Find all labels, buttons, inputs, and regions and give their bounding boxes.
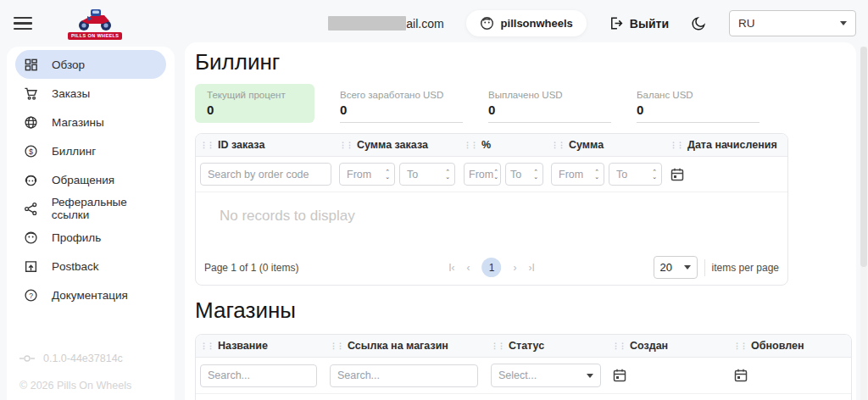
- chevron-down-icon: [840, 21, 847, 25]
- sidebar-item-appeals[interactable]: Обращения: [15, 165, 166, 194]
- spinner-arrows-icon[interactable]: ⌃⌄: [652, 169, 657, 179]
- drag-handle-icon[interactable]: ⋮⋮: [339, 142, 353, 149]
- account-badge[interactable]: pillsonwheels: [466, 10, 587, 36]
- column-label: Статус: [509, 340, 544, 352]
- last-page-button[interactable]: ›Ι: [529, 262, 535, 274]
- spinner-arrows-icon[interactable]: ⌃⌄: [594, 169, 599, 179]
- drag-handle-icon[interactable]: ⋮⋮: [464, 142, 477, 149]
- calendar-icon[interactable]: [733, 368, 748, 383]
- sidebar-item-label: Документация: [52, 289, 128, 302]
- calendar-icon[interactable]: [612, 368, 627, 383]
- drag-handle-icon[interactable]: ⋮⋮: [612, 342, 626, 350]
- column-header-percent[interactable]: ⋮⋮%: [459, 134, 547, 156]
- stores-table: ⋮⋮Название ⋮⋮Ссылка на магазин ⋮⋮Статус …: [195, 334, 852, 400]
- billing-table: ⋮⋮ID заказа ⋮⋮Сумма заказа ⋮⋮% ⋮⋮Сумма ⋮…: [195, 133, 788, 286]
- column-label: Сумма: [569, 139, 604, 151]
- percent-to-input[interactable]: To⌃⌄: [505, 163, 543, 186]
- column-header-name[interactable]: ⋮⋮Название: [196, 335, 326, 357]
- stat-value: 0: [637, 103, 760, 117]
- prev-page-button[interactable]: ‹: [467, 262, 470, 274]
- spinner-arrows-icon[interactable]: ⌃⌄: [533, 169, 538, 179]
- postback-icon: [23, 259, 39, 274]
- stat-label: Текущий процент: [207, 90, 303, 100]
- drag-handle-icon[interactable]: ⋮⋮: [330, 342, 343, 350]
- page-summary: Page 1 of 1 (0 items): [204, 262, 298, 274]
- logout-icon: [609, 16, 623, 31]
- drag-handle-icon[interactable]: ⋮⋮: [551, 142, 565, 149]
- column-header-accrual-date[interactable]: ⋮⋮Дата начисления: [665, 134, 787, 156]
- store-table-row[interactable]: Тест Нет активных доменов Inactive 2/3/2…: [196, 394, 851, 400]
- account-badge-label: pillsonwheels: [501, 17, 573, 30]
- drag-handle-icon[interactable]: ⋮⋮: [733, 342, 747, 350]
- avatar-face-icon: [480, 16, 494, 31]
- stat-current-percent: Текущий процент 0: [195, 84, 314, 123]
- spinner-arrows-icon[interactable]: ⌃⌄: [385, 169, 390, 179]
- sidebar-item-label: Реферальные ссылки: [52, 196, 166, 221]
- column-header-status[interactable]: ⋮⋮Статус: [487, 335, 608, 357]
- status-select[interactable]: Select...: [491, 364, 601, 387]
- column-header-updated[interactable]: ⋮⋮Обновлен: [729, 335, 851, 357]
- order-sum-to-input[interactable]: To⌃⌄: [399, 163, 455, 186]
- sidebar-item-stores[interactable]: Магазины: [15, 108, 166, 136]
- percent-from-input[interactable]: From⌃⌄: [464, 163, 501, 186]
- language-select[interactable]: RU: [729, 10, 856, 36]
- main-content: Биллинг Текущий процент 0 Всего заработа…: [185, 42, 856, 400]
- dashboard-icon: [23, 58, 39, 72]
- stat-label: Всего заработано USD: [340, 90, 463, 100]
- hamburger-menu-icon[interactable]: [14, 14, 32, 34]
- sum-from-input[interactable]: From⌃⌄: [551, 163, 604, 186]
- order-sum-from-input[interactable]: From⌃⌄: [339, 163, 395, 186]
- sum-to-input[interactable]: To⌃⌄: [609, 163, 662, 186]
- sidebar-item-documentation[interactable]: ? Документация: [15, 281, 166, 309]
- column-header-sum[interactable]: ⋮⋮Сумма: [547, 134, 665, 156]
- store-name-search-input[interactable]: [200, 364, 317, 387]
- sidebar-item-orders[interactable]: Заказы: [15, 79, 166, 108]
- scrollbar-thumb[interactable]: [860, 47, 867, 267]
- vertical-scrollbar[interactable]: [860, 47, 867, 400]
- column-label: Создан: [630, 340, 668, 352]
- dark-mode-moon-icon[interactable]: [691, 15, 707, 31]
- sidebar-item-overview[interactable]: Обзор: [15, 50, 166, 79]
- language-value: RU: [738, 17, 755, 30]
- app-logo[interactable]: PILLS ON WHEELS: [68, 8, 122, 40]
- store-link-cell: Нет активных доменов: [326, 394, 487, 400]
- sidebar-item-label: Биллинг: [52, 145, 96, 158]
- column-header-order-id[interactable]: ⋮⋮ID заказа: [196, 134, 335, 156]
- column-header-store-link[interactable]: ⋮⋮Ссылка на магазин: [326, 335, 487, 357]
- store-status-cell: Inactive: [487, 394, 608, 400]
- drag-handle-icon[interactable]: ⋮⋮: [200, 342, 214, 350]
- copyright: © 2026 Pills On Wheels: [19, 380, 131, 392]
- stores-section-title: Магазины: [195, 297, 856, 324]
- stat-label: Выплачено USD: [488, 90, 611, 100]
- current-page-button[interactable]: 1: [482, 258, 502, 277]
- column-header-order-sum[interactable]: ⋮⋮Сумма заказа: [335, 134, 459, 156]
- help-icon: ?: [23, 288, 39, 303]
- calendar-icon[interactable]: [670, 167, 685, 182]
- sidebar-item-billing[interactable]: $ Биллинг: [15, 136, 166, 165]
- user-email: ail.com: [328, 16, 443, 31]
- sidebar-item-referral-links[interactable]: Реферальные ссылки: [15, 194, 166, 223]
- spinner-arrows-icon[interactable]: ⌃⌄: [493, 169, 498, 179]
- column-label: Название: [218, 340, 268, 352]
- drag-handle-icon[interactable]: ⋮⋮: [491, 342, 504, 350]
- order-code-search-input[interactable]: [200, 163, 331, 186]
- page-size-select[interactable]: 20: [654, 256, 698, 279]
- sidebar-item-label: Магазины: [52, 116, 104, 129]
- sidebar-item-profile[interactable]: Профиль: [15, 223, 166, 252]
- column-header-created[interactable]: ⋮⋮Создан: [608, 335, 729, 357]
- next-page-button[interactable]: ›: [514, 262, 517, 274]
- column-label: Ссылка на магазин: [348, 340, 448, 352]
- first-page-button[interactable]: Ι‹: [448, 262, 454, 274]
- drag-handle-icon[interactable]: ⋮⋮: [200, 142, 214, 149]
- drag-handle-icon[interactable]: ⋮⋮: [670, 142, 683, 149]
- column-label: ID заказа: [218, 139, 264, 151]
- logout-button[interactable]: Выйти: [609, 16, 669, 31]
- column-label: Дата начисления: [687, 139, 777, 151]
- dollar-circle-icon: $: [23, 144, 39, 158]
- sidebar-item-label: Обзор: [52, 58, 85, 71]
- spinner-arrows-icon[interactable]: ⌃⌄: [445, 169, 450, 179]
- store-updated-cell: 2/3/2026 10:07:45: [729, 394, 851, 400]
- store-link-search-input[interactable]: [330, 364, 478, 387]
- sidebar-item-postback[interactable]: Postback: [15, 252, 166, 281]
- top-header: PILLS ON WHEELS ail.com pillsonwheels Вы…: [0, 0, 868, 47]
